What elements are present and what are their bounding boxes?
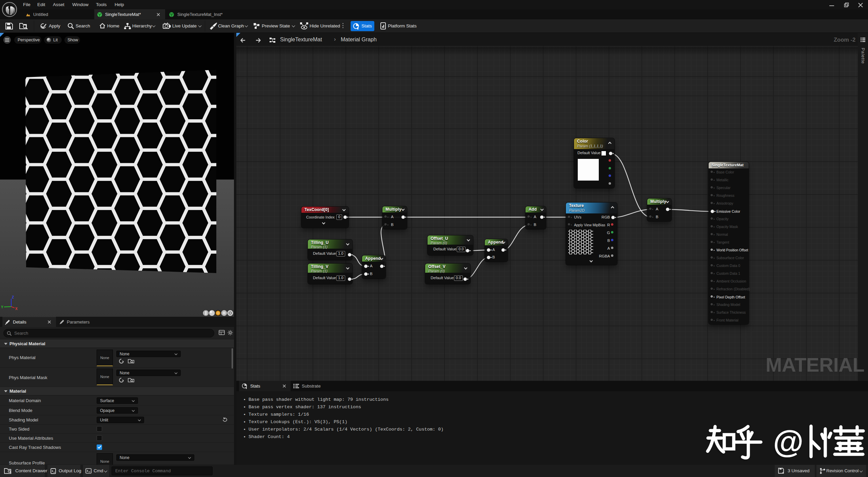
svg-text:@: @ [773,424,804,459]
svg-text:Z: Z [12,295,14,299]
svg-text:X: X [15,307,18,311]
svg-text:Y: Y [1,305,3,309]
